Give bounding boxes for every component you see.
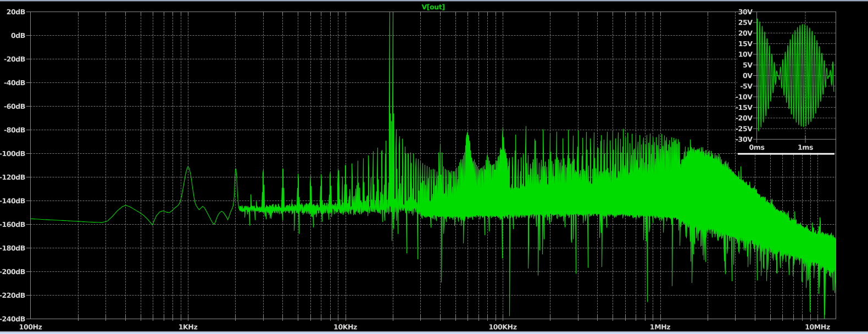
y-axis-label: -140dB [0,197,25,205]
y-axis-label: -160dB [0,220,25,229]
inset-separator-bar [738,153,834,155]
x-axis-label: 1KHz [179,322,198,331]
inset-y-label: -20V [736,114,753,122]
y-axis-label: 0dB [11,31,25,40]
y-axis-label: -220dB [0,291,25,299]
inset-x-label: 0ms [749,143,765,151]
window-bottom-edge-gray [0,331,868,332]
inset-time-plot[interactable]: 30V25V20V15V10V5V0V-5V-10V-15V-20V-25V-3… [736,8,836,155]
x-axis-label: 100Hz [19,322,42,331]
y-axis-label: -120dB [0,173,25,181]
y-axis-label: -240dB [0,315,25,323]
window-top-edge-blue [0,0,868,1]
x-axis-label: 10MHz [805,322,830,331]
y-axis-label: -80dB [4,126,25,134]
fft-plot-svg: 30V25V20V15V10V5V0V-5V-10V-15V-20V-25V-3… [0,0,868,334]
inset-y-label: 25V [738,18,753,26]
y-axis-label: 20dB [7,8,25,16]
y-axis-label: -200dB [0,268,25,276]
inset-y-label: 20V [738,29,753,37]
y-axis-label: -180dB [0,244,25,252]
inset-y-label: 10V [738,50,753,58]
y-axis-label: -20dB [4,55,25,63]
window-top-edge-gray [0,1,868,1]
x-axis-label: 10KHz [333,322,357,331]
inset-y-label: 0V [743,71,753,80]
inset-y-label: -15V [736,103,753,112]
inset-y-label: -10V [736,93,753,101]
inset-y-label: -5V [740,82,753,90]
x-axis-label: 100KHz [488,322,516,331]
inset-y-label: -25V [736,125,753,133]
window-bottom-edge-blue [0,332,868,334]
x-axis-label: 1MHz [650,322,670,331]
y-axis-label: -40dB [4,79,25,87]
inset-y-label: 5V [743,61,753,69]
waveform-viewer-pane: 30V25V20V15V10V5V0V-5V-10V-15V-20V-25V-3… [0,0,868,334]
inset-x-label: 1ms [798,143,813,151]
inset-y-label: -30V [736,135,753,143]
plot-title[interactable]: V[out] [421,3,444,11]
inset-y-label: 15V [738,40,753,48]
y-axis-label: -60dB [4,102,25,110]
y-axis-label: -100dB [0,149,25,158]
